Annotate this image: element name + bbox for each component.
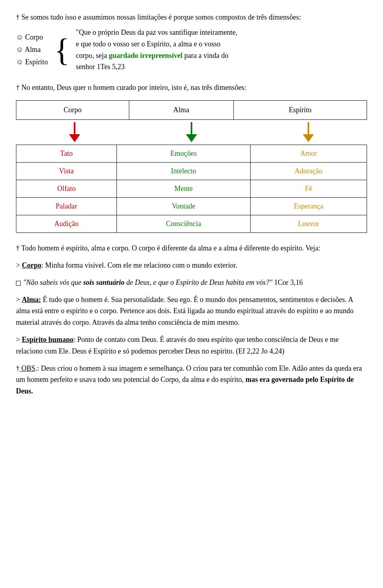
paragraph-espirito: > Espírito humano: Ponto de contato com … xyxy=(16,334,367,357)
cell-vista: Vista xyxy=(16,163,117,180)
arrows-row xyxy=(16,120,367,145)
cell-esperanca: Esperança xyxy=(251,198,367,215)
square-bullet xyxy=(16,281,21,286)
dim-corpo: Corpo xyxy=(16,101,129,120)
sub-table: Tato Emoções Amor Vista Intelecto Adoraç… xyxy=(16,145,367,233)
dim-alma: Alma xyxy=(129,101,233,120)
espirito-heading: Espírito humano xyxy=(22,336,74,344)
dim-espirito: Espírito xyxy=(233,101,367,120)
alma-label: ☺ Alma xyxy=(16,44,48,55)
three-parts-list: ☺ Corpo ☺ Alma ☺ Espírito xyxy=(16,32,48,68)
dimensions-table: Corpo Alma Espírito xyxy=(16,100,367,120)
cell-adoracao: Adoração xyxy=(251,163,367,180)
intro-section: † Se somos tudo isso e assumimos nossas … xyxy=(16,12,367,73)
cell-intelecto: Intelecto xyxy=(117,163,251,180)
scripture-quote: "Que o próprio Deus da paz vos santifiqu… xyxy=(76,27,237,73)
alma-heading: Alma: xyxy=(22,296,41,304)
arrow-espirito xyxy=(250,120,367,145)
dagger-symbol: † xyxy=(16,13,20,21)
cell-louvor: Louvor xyxy=(251,215,367,233)
cell-olfato: Olfato xyxy=(16,180,117,198)
corpo-label: ☺ Corpo xyxy=(16,32,48,43)
paragraph-corpo: > Corpo: Minha forma visível. Com ele me… xyxy=(16,260,367,271)
paragraph-1: † Todo homem é espírito, alma e corpo. O… xyxy=(16,242,367,254)
dagger-obs: † xyxy=(16,364,20,372)
paragraph-obs: † OBS.: Deus criou o homem à sua imagem … xyxy=(16,363,367,397)
arrow-corpo xyxy=(16,120,133,145)
dimensions-heading: † No entanto, Deus quer o homem curado p… xyxy=(16,82,367,93)
arrow-alma xyxy=(133,120,250,145)
brace-symbol: { xyxy=(54,34,69,66)
dagger-p1: † xyxy=(16,244,20,252)
cell-vontade: Vontade xyxy=(117,198,251,215)
intro-opening: † Se somos tudo isso e assumimos nossas … xyxy=(16,12,301,23)
obs-label: OBS xyxy=(20,364,36,372)
espirito-label: ☺ Espírito xyxy=(16,57,48,68)
cell-consciencia: Consciência xyxy=(117,215,251,233)
cell-audicao: Audição xyxy=(16,215,117,233)
paragraph-alma: > Alma: É tudo que o homem é. Sua person… xyxy=(16,294,367,328)
cell-tato: Tato xyxy=(16,145,117,163)
paragraph-quote: "Não sabeis vós que sois santuário de De… xyxy=(16,277,367,288)
corpo-heading: Corpo xyxy=(22,261,41,269)
cell-fe: Fé xyxy=(251,180,367,198)
cell-paladar: Paladar xyxy=(16,198,117,215)
cell-mente: Mente xyxy=(117,180,251,198)
cell-emocoes: Emoções xyxy=(117,145,251,163)
cell-amor: Amor xyxy=(251,145,367,163)
highlight-text: guardado irrepreensível xyxy=(109,52,183,60)
